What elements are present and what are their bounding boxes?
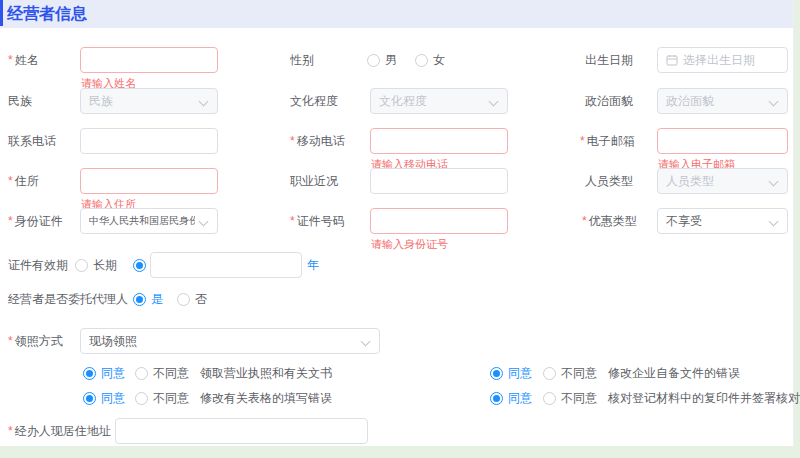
email-field[interactable] (657, 128, 788, 154)
id-number-label: *证件号码 (290, 208, 345, 234)
birth-date-label: 出生日期 (585, 47, 633, 73)
entrust-radio-no[interactable]: 否 (177, 292, 207, 306)
entrust-agent-label: 经营者是否委托代理人 (8, 286, 128, 312)
mobile-phone-label: *移动电话 (290, 128, 345, 154)
chevron-down-icon (199, 217, 209, 227)
radio-icon (75, 259, 88, 272)
occupation-input[interactable] (371, 169, 507, 193)
political-status-label: 政治面貌 (585, 88, 633, 114)
header-accent-bar (0, 0, 3, 26)
calendar-icon (666, 54, 678, 66)
occupation-field[interactable] (370, 168, 508, 194)
radio-icon (135, 392, 148, 405)
id-number-field[interactable] (370, 208, 508, 234)
chevron-down-icon (769, 177, 779, 187)
page-title: 经营者信息 (7, 4, 87, 25)
id-type-select[interactable]: 中华人民共和国居民身份证 (80, 208, 218, 234)
name-field[interactable] (80, 47, 218, 73)
agreement-4-description: 核对登记材料中的复印件并签署核对意见 (608, 390, 800, 407)
radio-selected-icon (83, 392, 96, 405)
preferential-type-select[interactable]: 不享受 (657, 208, 788, 234)
validity-years-field[interactable] (150, 252, 302, 278)
license-method-label: *领照方式 (8, 328, 63, 354)
chevron-down-icon (489, 97, 499, 107)
radio-selected-icon (490, 392, 503, 405)
agreement-2-agree-radio[interactable]: 同意 (490, 366, 532, 380)
ethnicity-label: 民族 (8, 88, 32, 114)
education-label: 文化程度 (290, 88, 338, 114)
occupation-label: 职业近况 (290, 168, 338, 194)
agreement-3-description: 修改有关表格的填写错误 (200, 390, 332, 407)
gender-label: 性别 (290, 47, 314, 73)
agreement-4-disagree-radio[interactable]: 不同意核对登记材料中的复印件并签署核对意见 (543, 391, 800, 405)
radio-selected-icon (490, 367, 503, 380)
birth-date-placeholder: 选择出生日期 (683, 52, 755, 69)
radio-icon (177, 293, 190, 306)
entrust-radio-yes[interactable]: 是 (133, 292, 163, 306)
validity-radio-long-term[interactable]: 长期 (75, 258, 117, 272)
residence-label: *住所 (8, 168, 39, 194)
id-number-error: 请输入身份证号 (371, 238, 448, 250)
id-number-input[interactable] (371, 209, 507, 233)
section-header: 经营者信息 (0, 0, 793, 28)
radio-icon (367, 54, 380, 67)
ethnicity-select[interactable]: 民族 (80, 88, 218, 114)
personnel-type-label: 人员类型 (585, 168, 633, 194)
page: 经营者信息 *姓名 请输入姓名 性别 男 女 出生日期 选择出生日期 民族 民族… (0, 0, 800, 458)
radio-icon (415, 54, 428, 67)
contact-phone-label: 联系电话 (8, 128, 56, 154)
residence-input[interactable] (81, 169, 217, 193)
chevron-down-icon (199, 97, 209, 107)
agreement-3-disagree-radio[interactable]: 不同意修改有关表格的填写错误 (135, 391, 332, 405)
gender-radio-male[interactable]: 男 (367, 53, 397, 67)
email-label: *电子邮箱 (580, 128, 635, 154)
radio-icon (543, 367, 556, 380)
birth-date-picker[interactable]: 选择出生日期 (657, 47, 788, 73)
agent-address-input[interactable] (116, 419, 367, 443)
agreement-2-description: 修改企业自备文件的错误 (608, 365, 740, 382)
political-status-select[interactable]: 政治面貌 (657, 88, 788, 114)
operator-info-panel: 经营者信息 *姓名 请输入姓名 性别 男 女 出生日期 选择出生日期 民族 民族… (0, 0, 794, 446)
agreement-3-agree-radio[interactable]: 同意 (83, 391, 125, 405)
mobile-phone-field[interactable] (370, 128, 508, 154)
radio-selected-icon (83, 367, 96, 380)
residence-field[interactable] (80, 168, 218, 194)
radio-icon (135, 367, 148, 380)
agreement-2-disagree-radio[interactable]: 不同意修改企业自备文件的错误 (543, 366, 740, 380)
agreement-1-description: 领取营业执照和有关文书 (200, 365, 332, 382)
id-validity-label: 证件有效期 (8, 252, 68, 278)
name-input[interactable] (81, 48, 217, 72)
year-suffix: 年 (307, 252, 319, 278)
chevron-down-icon (361, 337, 371, 347)
name-label: *姓名 (8, 47, 39, 73)
radio-icon (543, 392, 556, 405)
radio-selected-icon (133, 259, 146, 272)
mobile-phone-input[interactable] (371, 129, 507, 153)
agent-address-label: *经办人现居住地址 (8, 418, 111, 444)
agreement-4-agree-radio[interactable]: 同意 (490, 391, 532, 405)
radio-selected-icon (133, 293, 146, 306)
personnel-type-select[interactable]: 人员类型 (657, 168, 788, 194)
education-select[interactable]: 文化程度 (370, 88, 508, 114)
chevron-down-icon (769, 217, 779, 227)
license-method-select[interactable]: 现场领照 (80, 328, 380, 354)
agreement-1-disagree-radio[interactable]: 不同意领取营业执照和有关文书 (135, 366, 332, 380)
chevron-down-icon (769, 97, 779, 107)
email-input[interactable] (658, 129, 787, 153)
agent-address-field[interactable] (115, 418, 368, 444)
contact-phone-field[interactable] (80, 128, 218, 154)
gender-radio-female[interactable]: 女 (415, 53, 445, 67)
validity-radio-years[interactable] (133, 258, 146, 272)
agreement-1-agree-radio[interactable]: 同意 (83, 366, 125, 380)
id-type-label: *身份证件 (8, 208, 63, 234)
contact-phone-input[interactable] (81, 129, 217, 153)
validity-years-input[interactable] (151, 253, 301, 277)
preferential-type-label: *优惠类型 (582, 208, 637, 234)
